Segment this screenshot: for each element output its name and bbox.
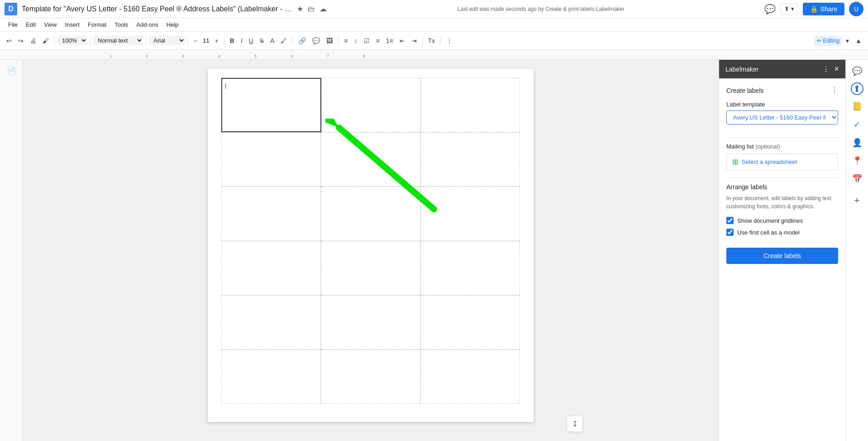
create-labels-button[interactable]: Create labels [726,248,838,264]
link-button[interactable]: 🔗 [296,35,309,46]
tasks-icon[interactable]: ✓ [852,118,862,131]
label-cell-1-1[interactable]: | [221,78,321,132]
comments-button[interactable]: 💬 [764,4,776,14]
label-cell-6-3[interactable] [420,350,520,404]
create-labels-heading: Create labels [726,87,764,94]
paint-format-button[interactable]: 🖌 [40,35,52,46]
increase-indent-button[interactable]: ⇥ [409,35,420,46]
menu-file[interactable]: File [5,19,21,30]
menu-addons[interactable]: Add-ons [133,19,162,30]
label-cell-5-1[interactable] [221,295,321,350]
line-spacing-button[interactable]: ↕ [352,35,360,46]
show-gridlines-checkbox[interactable] [726,217,734,224]
highlight-button[interactable]: 🖊 [278,35,290,46]
strikethrough-button[interactable]: S̶ [257,35,267,46]
template-select[interactable]: Avery US Letter - 5160 Easy Peel ®... [726,110,838,125]
label-cell-3-2[interactable] [321,187,420,241]
calendar-icon[interactable]: 📅 [850,172,864,186]
add-addon-button[interactable]: + [854,195,860,206]
arrange-divider [726,177,838,178]
label-row-1: | [221,78,520,132]
last-edit: Last edit was made seconds ago by Create… [458,6,625,12]
redo-button[interactable]: ↪ [15,35,26,46]
star-icon[interactable]: ★ [297,5,303,13]
panel-more-button[interactable]: ⋮ [822,65,830,73]
label-cell-1-3[interactable] [421,78,520,132]
panel-header: Labelmaker ⋮ × [719,60,845,79]
label-cell-4-3[interactable] [420,241,520,295]
image-button[interactable]: 🖼 [324,35,335,46]
avatar[interactable]: U [849,2,863,16]
app-icon-letter: D [8,5,14,13]
label-cell-6-1[interactable] [221,350,321,404]
font-size-decrease[interactable]: − [191,35,200,46]
label-row-4 [221,241,520,295]
maps-icon[interactable]: 📍 [850,154,864,168]
zoom-control[interactable]: 100% [57,36,87,45]
separator-4 [188,36,188,45]
select-spreadsheet-button[interactable]: ⊞ Select a spreadsheet [726,153,838,170]
print-button[interactable]: 🖨 [27,35,39,46]
sidebar-doc-icon[interactable]: 📄 [5,64,18,77]
menu-tools[interactable]: Tools [111,19,132,30]
ruler: 1 2 3 4 5 6 7 8 [0,50,868,60]
label-row-6 [221,350,520,404]
label-cell-2-1[interactable] [221,132,321,187]
menu-edit[interactable]: Edit [22,19,39,30]
label-cell-6-2[interactable] [321,350,420,404]
menu-help[interactable]: Help [163,19,182,30]
undo-button[interactable]: ↩ [4,35,14,46]
view-mode-chevron[interactable]: ▾ [843,35,852,46]
numbered-list-button[interactable]: 1≡ [383,35,396,46]
doc-area[interactable]: | [23,60,719,441]
label-cell-4-1[interactable] [221,241,321,295]
label-cell-5-3[interactable] [420,295,520,350]
bottom-right-button[interactable]: ↧ [567,416,583,432]
text-color-button[interactable]: A [267,35,277,46]
bullet-list-button[interactable]: ≡ [373,35,382,46]
label-cell-5-2[interactable] [321,295,420,350]
label-cell-3-1[interactable] [221,187,321,241]
bold-button[interactable]: B [227,35,237,46]
menu-insert[interactable]: Insert [61,19,83,30]
ruler-mark-5: 6 [291,54,293,58]
comment-button[interactable]: 💬 [310,35,323,46]
edit-history-icon[interactable]: ⬆ [851,82,863,95]
underline-button[interactable]: U [246,35,256,46]
label-cell-2-3[interactable] [420,132,520,187]
use-first-cell-checkbox[interactable] [726,229,734,236]
style-select[interactable]: Normal text [93,36,143,45]
label-template-label: Label template [726,101,838,108]
menu-format[interactable]: Format [84,19,110,30]
label-cell-4-2[interactable] [321,241,420,295]
editing-mode-button[interactable]: ✏ Editing [814,36,842,46]
share-button[interactable]: 🔒 Share [803,3,844,15]
menu-bar: File Edit View Insert Format Tools Add-o… [0,18,868,32]
collapse-toolbar-button[interactable]: ▲ [853,35,864,46]
label-row-3 [221,187,520,241]
cloud-icon[interactable]: ☁ [320,5,327,13]
folder-icon[interactable]: 🗁 [308,5,315,13]
panel-close-button[interactable]: × [834,64,839,74]
label-cell-3-3[interactable] [420,187,520,241]
font-select[interactable]: Arial [149,36,185,45]
clear-format-button[interactable]: Tx [425,35,438,46]
checklist-button[interactable]: ☑ [361,35,372,46]
label-row-2 [221,132,520,187]
share-label: Share [820,5,837,13]
format-options-button[interactable]: ⋮ [444,35,455,46]
zoom-select[interactable]: 100% [57,36,87,45]
keep-icon[interactable]: 📒 [850,100,864,113]
label-cell-2-2[interactable] [321,132,420,187]
history-button[interactable]: ⬆ ▾ [780,3,798,14]
separator-3 [146,36,146,45]
menu-view[interactable]: View [40,19,60,30]
chat-icon[interactable]: 💬 [850,64,864,78]
font-size-increase[interactable]: + [212,35,221,46]
label-cell-1-2[interactable] [321,78,420,132]
decrease-indent-button[interactable]: ⇤ [397,35,408,46]
italic-button[interactable]: I [238,35,245,46]
contacts-icon[interactable]: 👤 [850,136,864,149]
align-button[interactable]: ≡ [341,35,350,46]
use-first-cell-label: Use first cell as a model [737,229,800,236]
